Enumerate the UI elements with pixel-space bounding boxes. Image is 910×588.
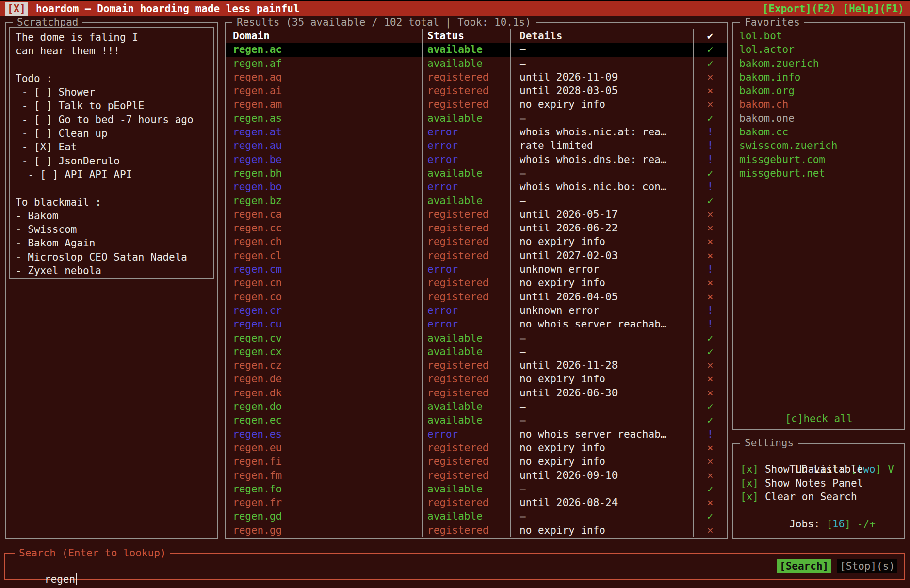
result-domain: regen.cl — [226, 249, 422, 262]
result-status: error — [422, 180, 510, 194]
result-details: until 2026-06-22 — [510, 221, 693, 235]
result-details: – — [510, 57, 693, 70]
result-row[interactable]: regen.ch registered no expiry info × — [226, 235, 727, 248]
result-row[interactable]: regen.au error rate limited ! — [226, 139, 727, 152]
result-details: no whois server reachab… — [510, 317, 693, 331]
settings-checkbox[interactable]: [x]Clear on Search — [740, 490, 904, 504]
result-row[interactable]: regen.cv available – ✓ — [226, 331, 727, 345]
result-details: no expiry info — [510, 455, 693, 468]
result-row[interactable]: regen.bo error whois whois.nic.bo: con… … — [226, 180, 727, 194]
result-domain: regen.ca — [226, 208, 422, 221]
result-domain: regen.cv — [226, 331, 422, 345]
favorite-item[interactable]: bakom.cc — [739, 125, 904, 139]
result-details: no expiry info — [510, 276, 693, 290]
result-status-icon: × — [693, 290, 727, 304]
result-status: registered — [422, 276, 510, 290]
result-row[interactable]: regen.fm registered until 2026-09-10 × — [226, 469, 727, 482]
result-status-icon: ✓ — [693, 331, 727, 345]
result-domain: regen.ai — [226, 84, 422, 98]
favorite-item[interactable]: missgeburt.com — [739, 153, 904, 166]
results-table: Domain Status Details ✔ regen.ac availab… — [226, 23, 727, 537]
result-status-icon: ! — [693, 180, 727, 194]
favorite-item[interactable]: bakom.info — [739, 70, 904, 84]
result-row[interactable]: regen.cr error unknown error ! — [226, 304, 727, 317]
result-domain: regen.co — [226, 290, 422, 304]
scratchpad-panel: Scratchpad The dome is faling I can hear… — [5, 22, 218, 539]
result-row[interactable]: regen.cl registered until 2027-02-03 × — [226, 249, 727, 262]
results-panel: Results (35 available / 102 total | Took… — [225, 22, 728, 539]
close-button[interactable]: [X] — [5, 2, 28, 16]
result-row[interactable]: regen.bz available – ✓ — [226, 194, 727, 208]
search-input[interactable]: regen — [8, 559, 77, 588]
result-row[interactable]: regen.es error no whois server reachab… … — [226, 427, 727, 441]
result-row[interactable]: regen.be error whois whois.dns.be: rea… … — [226, 153, 727, 166]
stop-button[interactable]: [Stop](s) — [837, 559, 897, 573]
result-row[interactable]: regen.cz registered until 2026-11-28 × — [226, 359, 727, 372]
result-row[interactable]: regen.do available – ✓ — [226, 400, 727, 413]
result-row[interactable]: regen.de registered no expiry info × — [226, 372, 727, 386]
result-row[interactable]: regen.at error whois whois.nic.at: rea… … — [226, 125, 727, 139]
result-row[interactable]: regen.cn registered no expiry info × — [226, 276, 727, 290]
jobs-decrement-increment[interactable]: -/+ — [857, 518, 876, 530]
result-domain: regen.be — [226, 153, 422, 166]
result-row[interactable]: regen.cu error no whois server reachab… … — [226, 317, 727, 331]
help-button[interactable]: [Help](F1) — [843, 2, 904, 16]
column-header-checked: ✔ — [693, 29, 727, 43]
result-row[interactable]: regen.ac available – ✓ — [226, 43, 727, 56]
favorite-item[interactable]: bakom.ch — [739, 98, 904, 111]
result-row[interactable]: regen.eu registered no expiry info × — [226, 441, 727, 455]
result-domain: regen.de — [226, 372, 422, 386]
result-status-icon: × — [693, 70, 727, 84]
search-button[interactable]: [Search] — [777, 559, 831, 573]
favorite-item[interactable]: bakom.zuerich — [739, 57, 904, 70]
result-row[interactable]: regen.fr registered until 2026-08-24 × — [226, 496, 727, 509]
settings-checkbox[interactable]: [x]Show Notes Panel — [740, 476, 904, 490]
result-details: until 2026-04-05 — [510, 290, 693, 304]
scratchpad-textarea[interactable]: The dome is faling I can hear them !!! T… — [9, 27, 214, 279]
result-status-icon: ✓ — [693, 400, 727, 413]
result-row[interactable]: regen.co registered until 2026-04-05 × — [226, 290, 727, 304]
favorite-item[interactable]: lol.actor — [739, 43, 904, 56]
favorite-item[interactable]: lol.bot — [739, 29, 904, 43]
result-row[interactable]: regen.ca registered until 2026-05-17 × — [226, 208, 727, 221]
result-details: whois whois.nic.at: rea… — [510, 125, 693, 139]
result-row[interactable]: regen.cm error unknown error ! — [226, 262, 727, 276]
result-details: whois whois.dns.be: rea… — [510, 153, 693, 166]
result-domain: regen.fm — [226, 469, 422, 482]
result-domain: regen.fi — [226, 455, 422, 468]
result-row[interactable]: regen.fo available – ✓ — [226, 482, 727, 496]
result-row[interactable]: regen.gd available – ✓ — [226, 509, 727, 523]
result-row[interactable]: regen.ec available – ✓ — [226, 413, 727, 427]
favorite-item[interactable]: bakom.one — [739, 112, 904, 125]
result-row[interactable]: regen.am registered no expiry info × — [226, 98, 727, 111]
result-row[interactable]: regen.bh available – ✓ — [226, 166, 727, 180]
app-title: hoardom — Domain hoarding made less pain… — [36, 2, 300, 16]
result-status-icon: × — [693, 98, 727, 111]
result-status-icon: × — [693, 386, 727, 400]
result-status-icon: ! — [693, 125, 727, 139]
result-row[interactable]: regen.fi registered no expiry info × — [226, 455, 727, 468]
result-row[interactable]: regen.gg registered no expiry info × — [226, 523, 727, 537]
result-status-icon: × — [693, 208, 727, 221]
result-details: until 2026-11-09 — [510, 70, 693, 84]
result-status: registered — [422, 290, 510, 304]
result-domain: regen.eu — [226, 441, 422, 455]
result-status-icon: ! — [693, 304, 727, 317]
result-domain: regen.au — [226, 139, 422, 152]
result-domain: regen.fo — [226, 482, 422, 496]
favorite-item[interactable]: swisscom.zuerich — [739, 139, 904, 152]
result-row[interactable]: regen.af available – ✓ — [226, 57, 727, 70]
result-row[interactable]: regen.ai registered until 2028-03-05 × — [226, 84, 727, 98]
favorite-item[interactable]: bakom.org — [739, 84, 904, 98]
result-row[interactable]: regen.as available – ✓ — [226, 112, 727, 125]
export-button[interactable]: [Export](F2) — [763, 2, 836, 16]
result-row[interactable]: regen.cc registered until 2026-06-22 × — [226, 221, 727, 235]
result-status: registered — [422, 235, 510, 248]
result-domain: regen.cz — [226, 359, 422, 372]
result-row[interactable]: regen.cx available – ✓ — [226, 345, 727, 359]
result-domain: regen.am — [226, 98, 422, 111]
result-row[interactable]: regen.ag registered until 2026-11-09 × — [226, 70, 727, 84]
favorite-item[interactable]: missgeburt.net — [739, 166, 904, 180]
check-all-button[interactable]: [c]heck all — [733, 412, 904, 425]
result-row[interactable]: regen.dk registered until 2026-06-30 × — [226, 386, 727, 400]
